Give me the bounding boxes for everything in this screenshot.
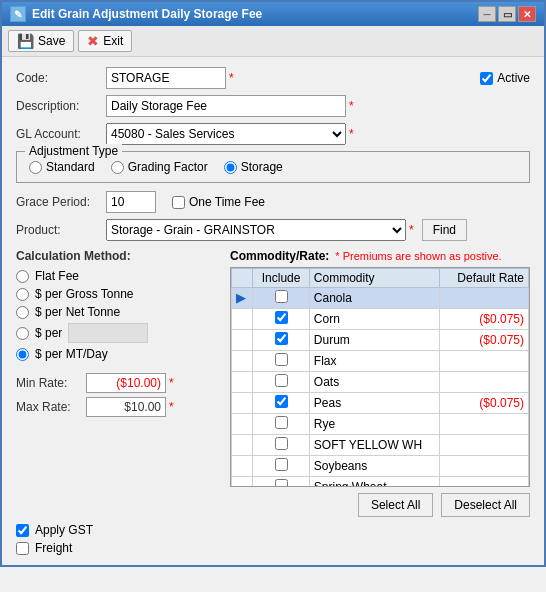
col-arrow-header — [232, 269, 253, 288]
footer-checkboxes: Apply GST Freight — [16, 523, 530, 555]
table-row[interactable]: Corn($0.075) — [232, 309, 529, 330]
row-include-cell — [253, 309, 310, 330]
row-arrow — [232, 456, 253, 477]
grace-period-input[interactable] — [106, 191, 156, 213]
row-include-cell — [253, 456, 310, 477]
freight-item[interactable]: Freight — [16, 541, 530, 555]
gl-account-row: GL Account: 45080 - Sales Services * — [16, 123, 530, 145]
active-checkbox-group: Active — [480, 71, 530, 85]
description-label: Description: — [16, 99, 106, 113]
row-include-cell — [253, 288, 310, 309]
deselect-all-button[interactable]: Deselect All — [441, 493, 530, 517]
calc-mt-day-radio[interactable] — [16, 348, 29, 361]
calculation-panel: Calculation Method: Flat Fee $ per Gross… — [16, 249, 216, 517]
commodity-table-wrapper: Include Commodity Default Rate ▶CanolaCo… — [230, 267, 530, 487]
row-commodity-name: Spring Wheat — [309, 477, 439, 488]
adjustment-type-group: Adjustment Type Standard Grading Factor … — [16, 151, 530, 183]
row-arrow — [232, 372, 253, 393]
radio-storage[interactable]: Storage — [224, 160, 283, 174]
table-row[interactable]: ▶Canola — [232, 288, 529, 309]
freight-label: Freight — [35, 541, 72, 555]
max-rate-label: Max Rate: — [16, 400, 86, 414]
one-time-fee-checkbox[interactable] — [172, 196, 185, 209]
product-row: Product: Storage - Grain - GRAINSTOR * F… — [16, 219, 530, 241]
calc-mt-day: $ per MT/Day — [16, 347, 216, 361]
title-bar: ✎ Edit Grain Adjustment Daily Storage Fe… — [2, 2, 544, 26]
table-actions: Select All Deselect All — [230, 493, 530, 517]
radio-standard[interactable]: Standard — [29, 160, 95, 174]
select-all-button[interactable]: Select All — [358, 493, 433, 517]
commodity-label: Commodity/Rate: — [230, 249, 329, 263]
premiums-note: * Premiums are shown as postive. — [335, 250, 501, 262]
table-row[interactable]: Soybeans — [232, 456, 529, 477]
active-checkbox[interactable] — [480, 72, 493, 85]
include-checkbox[interactable] — [275, 458, 288, 471]
code-row: Code: * Active — [16, 67, 530, 89]
code-input[interactable] — [106, 67, 226, 89]
radio-grading[interactable]: Grading Factor — [111, 160, 208, 174]
max-rate-input[interactable] — [86, 397, 166, 417]
row-default-rate: ($0.075) — [440, 393, 529, 414]
table-row[interactable]: Spring Wheat — [232, 477, 529, 488]
row-include-cell — [253, 372, 310, 393]
table-row[interactable]: Flax — [232, 351, 529, 372]
include-checkbox[interactable] — [275, 332, 288, 345]
row-include-cell — [253, 477, 310, 488]
max-rate-row: Max Rate: * — [16, 397, 216, 417]
row-arrow — [232, 477, 253, 488]
code-required: * — [229, 71, 234, 85]
include-checkbox[interactable] — [275, 290, 288, 303]
calc-net-radio[interactable] — [16, 306, 29, 319]
table-row[interactable]: SOFT YELLOW WH — [232, 435, 529, 456]
gl-account-select[interactable]: 45080 - Sales Services — [106, 123, 346, 145]
row-arrow — [232, 414, 253, 435]
apply-gst-label: Apply GST — [35, 523, 93, 537]
row-default-rate — [440, 351, 529, 372]
save-button[interactable]: 💾 Save — [8, 30, 74, 52]
row-include-cell — [253, 351, 310, 372]
row-default-rate — [440, 435, 529, 456]
close-button[interactable]: ✕ — [518, 6, 536, 22]
active-label: Active — [497, 71, 530, 85]
row-arrow — [232, 351, 253, 372]
include-checkbox[interactable] — [275, 353, 288, 366]
description-input[interactable] — [106, 95, 346, 117]
calc-flat-radio[interactable] — [16, 270, 29, 283]
minimize-button[interactable]: ─ — [478, 6, 496, 22]
calc-gross-tonne: $ per Gross Tonne — [16, 287, 216, 301]
commodity-table-scroll[interactable]: Include Commodity Default Rate ▶CanolaCo… — [231, 268, 529, 487]
table-row[interactable]: Rye — [232, 414, 529, 435]
calc-per-radio[interactable] — [16, 327, 29, 340]
apply-gst-checkbox[interactable] — [16, 524, 29, 537]
include-checkbox[interactable] — [275, 416, 288, 429]
restore-button[interactable]: ▭ — [498, 6, 516, 22]
row-commodity-name: Soybeans — [309, 456, 439, 477]
col-include-header: Include — [253, 269, 310, 288]
table-row[interactable]: Durum($0.075) — [232, 330, 529, 351]
min-rate-input[interactable] — [86, 373, 166, 393]
row-commodity-name: SOFT YELLOW WH — [309, 435, 439, 456]
row-include-cell — [253, 435, 310, 456]
find-button[interactable]: Find — [422, 219, 467, 241]
row-commodity-name: Rye — [309, 414, 439, 435]
include-checkbox[interactable] — [275, 479, 288, 487]
per-input[interactable] — [68, 323, 148, 343]
main-window: ✎ Edit Grain Adjustment Daily Storage Fe… — [0, 0, 546, 567]
calc-flat-fee: Flat Fee — [16, 269, 216, 283]
table-row[interactable]: Peas($0.075) — [232, 393, 529, 414]
exit-button[interactable]: ✖ Exit — [78, 30, 132, 52]
table-row[interactable]: Oats — [232, 372, 529, 393]
include-checkbox[interactable] — [275, 395, 288, 408]
include-checkbox[interactable] — [275, 374, 288, 387]
row-arrow — [232, 309, 253, 330]
include-checkbox[interactable] — [275, 437, 288, 450]
product-required: * — [409, 223, 414, 237]
apply-gst-item[interactable]: Apply GST — [16, 523, 530, 537]
min-rate-label: Min Rate: — [16, 376, 86, 390]
freight-checkbox[interactable] — [16, 542, 29, 555]
row-default-rate — [440, 477, 529, 488]
grace-period-row: Grace Period: One Time Fee — [16, 191, 530, 213]
product-select[interactable]: Storage - Grain - GRAINSTOR — [106, 219, 406, 241]
include-checkbox[interactable] — [275, 311, 288, 324]
calc-gross-radio[interactable] — [16, 288, 29, 301]
